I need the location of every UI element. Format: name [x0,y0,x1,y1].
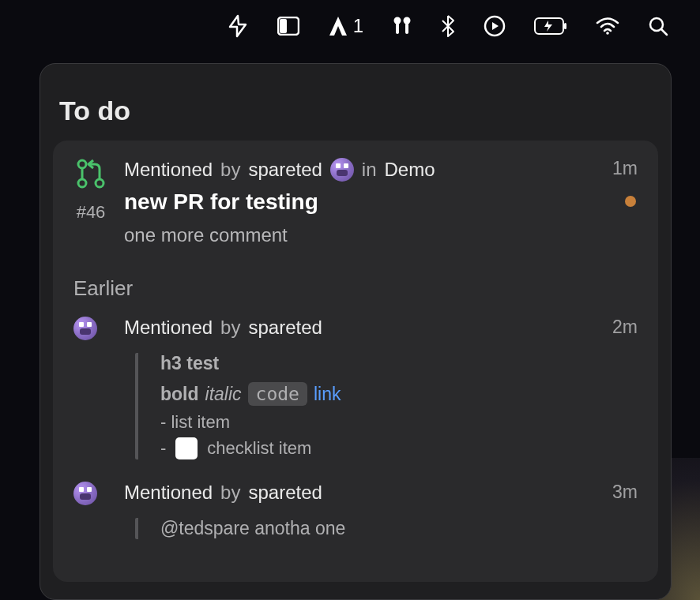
avatar [330,158,354,182]
supabase-icon[interactable] [227,14,249,38]
checklist-label: checklist item [207,438,311,459]
wifi-icon[interactable] [596,17,619,35]
pull-request-icon [76,158,106,193]
earlier-header: Mentioned by spareted [124,482,638,504]
notification-card: #46 Mentioned by spareted in Demo new PR… [53,141,658,582]
svg-rect-5 [405,23,408,34]
menubar: 1 [0,0,700,52]
author-name: spareted [248,317,322,339]
svg-line-11 [661,29,667,35]
notification-panel: To do #46 Mentioned by spareted in Demo … [40,63,672,600]
by-text: by [220,482,240,504]
checkbox[interactable] [175,437,198,459]
search-icon[interactable] [648,16,668,36]
content-formatting-line: bold italic code link [160,382,638,406]
code-text: code [248,382,307,406]
italic-text: italic [205,384,242,405]
by-text: by [220,159,240,181]
earlier-left-column [73,317,108,459]
thread-content: h3 test bold italic code link - list ite… [135,353,638,459]
dash: - [160,438,166,459]
avatar [73,482,97,505]
notification-left-column: #46 [73,158,108,246]
earlier-section-title: Earlier [73,276,638,301]
author-name: spareted [248,482,322,504]
notification-title: new PR for testing [124,189,638,215]
battery-icon[interactable] [534,17,567,35]
notification-label: Mentioned [124,482,213,504]
svg-point-9 [606,32,609,35]
bluetooth-icon[interactable] [441,14,455,38]
timestamp: 3m [612,482,638,503]
notification-label: Mentioned [124,317,213,339]
earlier-item[interactable]: Mentioned by spareted h3 test bold itali… [73,317,638,459]
earlier-header: Mentioned by spareted [124,317,638,339]
svg-rect-1 [280,19,287,33]
svg-rect-8 [564,23,566,29]
by-text: by [220,317,240,339]
notification-item[interactable]: #46 Mentioned by spareted in Demo new PR… [73,158,638,246]
notification-label: Mentioned [124,159,213,181]
earlier-body: Mentioned by spareted h3 test bold itali… [124,317,638,459]
play-icon[interactable] [484,15,506,37]
window-icon[interactable] [277,17,299,36]
author-name: spareted [248,159,322,181]
checklist-item: - checklist item [160,437,638,459]
unread-indicator [625,196,636,207]
earlier-body: Mentioned by spareted @tedspare anotha o… [124,482,638,539]
repo-name: Demo [385,159,435,181]
svg-point-12 [78,160,86,168]
content-heading: h3 test [160,353,638,374]
airpods-icon[interactable] [392,16,412,36]
avatar [73,317,97,340]
panel-title: To do [40,96,671,141]
svg-point-14 [96,179,103,187]
svg-rect-3 [396,23,399,34]
thread-content: @tedspare anotha one [135,518,638,539]
earlier-item[interactable]: Mentioned by spareted @tedspare anotha o… [73,482,638,539]
mention-text: @tedspare anotha one [160,518,638,539]
list-item: - list item [160,412,638,433]
bold-text: bold [160,384,199,405]
in-text: in [362,159,377,181]
app-badge-count: 1 [353,15,363,37]
timestamp: 2m [612,317,638,338]
notification-body: Mentioned by spareted in Demo new PR for… [124,158,638,246]
notification-description: one more comment [124,224,638,246]
earlier-left-column [73,482,108,539]
pr-number: #46 [77,202,106,223]
svg-point-13 [78,179,86,187]
app-icon[interactable]: 1 [328,15,363,37]
notification-header: Mentioned by spareted in Demo [124,158,638,182]
link-text[interactable]: link [314,384,341,405]
timestamp: 1m [612,158,638,179]
